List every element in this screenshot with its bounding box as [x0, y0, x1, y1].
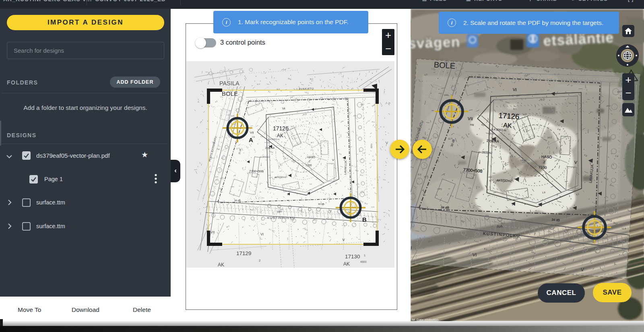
svg-text:B: B [362, 216, 367, 223]
svg-text:A: A [249, 136, 253, 143]
svg-text:svägen: svägen [411, 33, 460, 52]
